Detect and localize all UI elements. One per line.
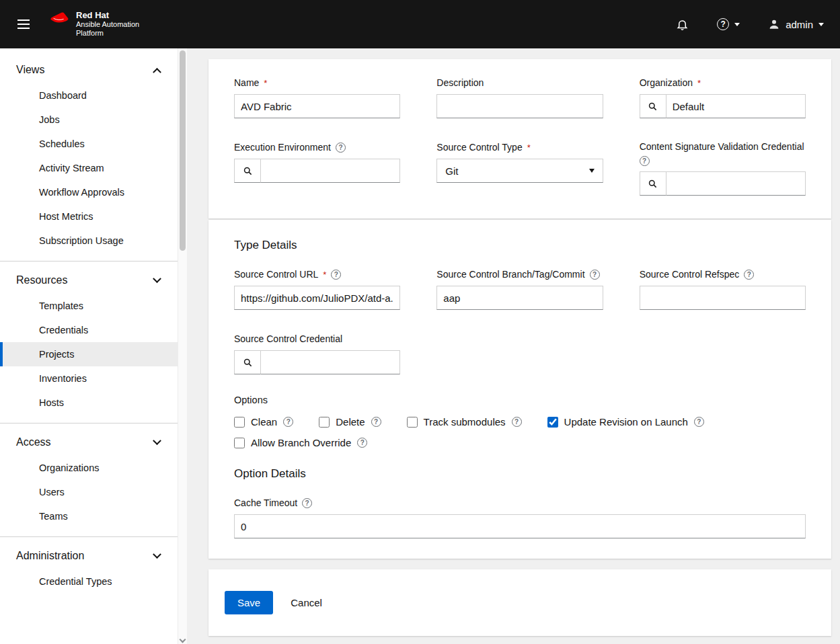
name-input[interactable] bbox=[234, 94, 400, 118]
track-submodules-checkbox[interactable] bbox=[407, 417, 418, 428]
help-menu-button[interactable] bbox=[717, 18, 740, 30]
sidebar-item-projects[interactable]: Projects bbox=[0, 342, 178, 366]
scrollbar-thumb[interactable] bbox=[180, 50, 186, 251]
content-signature-label: Content Signature Validation Credential bbox=[640, 141, 806, 166]
sidebar-item-dashboard[interactable]: Dashboard bbox=[0, 83, 178, 108]
sidebar-item-activity-stream[interactable]: Activity Stream bbox=[0, 156, 178, 180]
execution-environment-lookup-button[interactable] bbox=[234, 159, 261, 183]
source-control-credential-label: Source Control Credential bbox=[234, 333, 400, 345]
source-control-branch-input[interactable] bbox=[436, 286, 603, 310]
option-clean[interactable]: Clean bbox=[234, 416, 293, 428]
caret-down-icon bbox=[818, 23, 824, 26]
cache-timeout-label: Cache Timeout bbox=[234, 497, 806, 509]
help-icon[interactable] bbox=[640, 156, 650, 166]
option-track-submodules[interactable]: Track submodules bbox=[407, 416, 522, 428]
help-icon[interactable] bbox=[590, 270, 600, 280]
type-details-card: Type Details Source Control URL * Source… bbox=[208, 220, 831, 559]
search-icon bbox=[243, 358, 252, 367]
field-cache-timeout: Cache Timeout bbox=[234, 497, 806, 538]
source-control-type-label: Source Control Type * bbox=[436, 141, 603, 153]
sidebar-section-views[interactable]: Views bbox=[0, 56, 178, 83]
question-circle-icon bbox=[717, 18, 729, 30]
search-icon bbox=[648, 179, 657, 188]
sidebar-item-schedules[interactable]: Schedules bbox=[0, 132, 178, 156]
source-control-type-select[interactable]: Git bbox=[436, 159, 603, 183]
cancel-button[interactable]: Cancel bbox=[291, 597, 322, 608]
save-button[interactable]: Save bbox=[225, 591, 273, 614]
notifications-button[interactable] bbox=[676, 18, 689, 31]
search-icon bbox=[648, 102, 657, 111]
sidebar-section-resources[interactable]: Resources bbox=[0, 267, 178, 294]
allow-branch-override-checkbox[interactable] bbox=[234, 438, 245, 448]
sidebar-item-subscription-usage[interactable]: Subscription Usage bbox=[0, 229, 178, 253]
sidebar-item-inventories[interactable]: Inventories bbox=[0, 366, 178, 391]
option-allow-branch-override[interactable]: Allow Branch Override bbox=[234, 437, 367, 448]
option-update-revision-on-launch[interactable]: Update Revision on Launch bbox=[547, 416, 704, 428]
delete-checkbox[interactable] bbox=[319, 417, 330, 428]
sidebar-item-organizations[interactable]: Organizations bbox=[0, 456, 178, 480]
sidebar-item-jobs[interactable]: Jobs bbox=[0, 108, 178, 132]
sidebar-scrollbar[interactable] bbox=[178, 48, 187, 644]
required-indicator: * bbox=[527, 143, 531, 153]
option-details-heading: Option Details bbox=[234, 467, 806, 481]
help-icon[interactable] bbox=[331, 270, 341, 280]
sidebar-section-administration[interactable]: Administration bbox=[0, 542, 178, 569]
options-group: Options Clean Delete Track submodul bbox=[234, 395, 806, 448]
required-indicator: * bbox=[697, 78, 701, 88]
nav-toggle-button[interactable] bbox=[13, 15, 34, 33]
chevron-down-icon bbox=[153, 550, 161, 559]
sidebar-section-access[interactable]: Access bbox=[0, 429, 178, 456]
help-icon[interactable] bbox=[302, 498, 312, 508]
help-icon[interactable] bbox=[283, 417, 293, 427]
field-name: Name * bbox=[234, 77, 400, 118]
help-icon[interactable] bbox=[357, 438, 367, 448]
divider bbox=[0, 261, 178, 261]
sidebar-item-credentials[interactable]: Credentials bbox=[0, 318, 178, 342]
caret-down-icon bbox=[589, 169, 595, 173]
sidebar-section-title: Access bbox=[16, 436, 51, 448]
top-navbar: Red Hat Ansible Automation Platform admi… bbox=[0, 0, 840, 48]
help-icon[interactable] bbox=[694, 417, 704, 427]
divider bbox=[0, 536, 178, 537]
source-control-url-input[interactable] bbox=[234, 286, 400, 310]
content-signature-input[interactable] bbox=[666, 171, 806, 196]
source-control-credential-lookup-button[interactable] bbox=[234, 350, 261, 374]
source-control-credential-input[interactable] bbox=[260, 350, 400, 374]
sidebar-item-host-metrics[interactable]: Host Metrics bbox=[0, 204, 178, 229]
description-label: Description bbox=[436, 77, 603, 89]
sidebar-item-workflow-approvals[interactable]: Workflow Approvals bbox=[0, 180, 178, 204]
sidebar-item-hosts[interactable]: Hosts bbox=[0, 391, 178, 415]
required-indicator: * bbox=[264, 78, 267, 88]
field-content-signature-validation-credential: Content Signature Validation Credential bbox=[640, 141, 806, 196]
sidebar-item-credential-types[interactable]: Credential Types bbox=[0, 569, 178, 594]
field-execution-environment: Execution Environment bbox=[234, 141, 400, 196]
help-icon[interactable] bbox=[744, 270, 754, 280]
cache-timeout-input[interactable] bbox=[234, 514, 806, 538]
update-revision-checkbox[interactable] bbox=[547, 417, 558, 428]
source-control-refspec-label: Source Control Refspec bbox=[640, 268, 806, 280]
organization-lookup-button[interactable] bbox=[640, 94, 666, 118]
username-label: admin bbox=[786, 19, 813, 30]
sidebar-item-users[interactable]: Users bbox=[0, 480, 178, 504]
user-menu-button[interactable]: admin bbox=[768, 18, 824, 30]
name-label: Name * bbox=[234, 77, 400, 89]
field-source-control-refspec: Source Control Refspec bbox=[640, 268, 806, 310]
option-delete[interactable]: Delete bbox=[319, 416, 381, 428]
help-icon[interactable] bbox=[336, 143, 346, 153]
clean-checkbox[interactable] bbox=[234, 417, 245, 428]
execution-environment-input[interactable] bbox=[260, 159, 400, 183]
sidebar-item-templates[interactable]: Templates bbox=[0, 294, 178, 318]
main-content: Name * Description Organization * bbox=[187, 48, 840, 644]
help-icon[interactable] bbox=[371, 417, 381, 427]
organization-input[interactable] bbox=[666, 94, 806, 118]
sidebar-item-teams[interactable]: Teams bbox=[0, 504, 178, 528]
chevron-up-icon bbox=[153, 67, 161, 76]
source-control-url-label: Source Control URL * bbox=[234, 268, 400, 280]
scrollbar-down-arrow-icon[interactable] bbox=[180, 637, 186, 643]
form-actions: Save Cancel bbox=[208, 569, 831, 636]
description-input[interactable] bbox=[436, 94, 603, 118]
help-icon[interactable] bbox=[512, 417, 522, 427]
sidebar-section-title: Resources bbox=[16, 274, 67, 286]
source-control-refspec-input[interactable] bbox=[640, 286, 806, 310]
content-signature-lookup-button[interactable] bbox=[640, 171, 666, 196]
